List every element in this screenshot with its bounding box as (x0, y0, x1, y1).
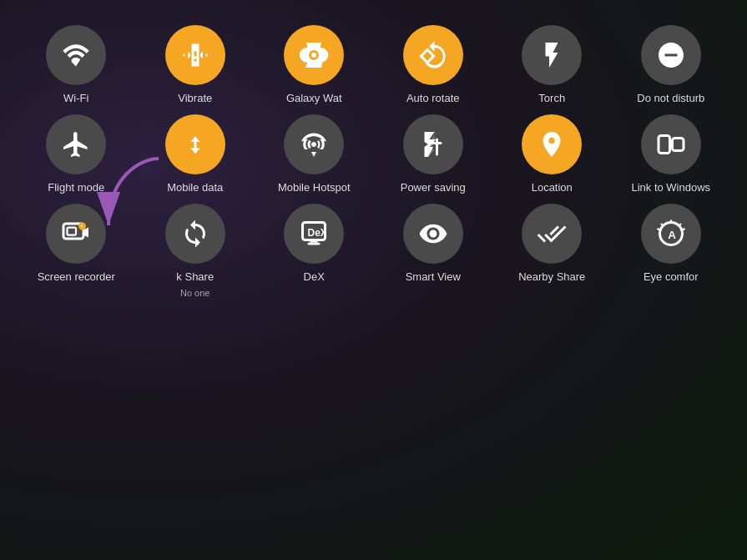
quick-share-sublabel: No one (180, 288, 209, 298)
dex-icon-circle: DeX (284, 204, 344, 264)
dex-label: DeX (304, 270, 325, 285)
tile-eye-comfort[interactable]: A Eye comfor (612, 204, 731, 298)
svg-rect-11 (310, 240, 318, 242)
torch-label: Torch (538, 92, 565, 106)
screen-recorder-icon-circle (46, 204, 106, 264)
tile-galaxy-watch[interactable]: Galaxy Wat (255, 25, 374, 106)
wifi-label: Wi-Fi (63, 92, 88, 106)
svg-rect-1 (436, 138, 438, 155)
do-not-disturb-icon (656, 40, 686, 70)
svg-rect-7 (68, 227, 77, 235)
tile-dex[interactable]: DeX DeX (255, 204, 374, 298)
screen-recorder-icon (61, 219, 91, 249)
eye-comfort-icon: A (656, 219, 686, 249)
link-windows-icon (656, 129, 686, 159)
auto-rotate-label: Auto rotate (406, 92, 460, 106)
galaxy-watch-icon-circle (284, 25, 344, 85)
smart-view-label: Smart View (406, 270, 461, 285)
flight-mode-label: Flight mode (48, 181, 104, 195)
smart-view-icon-circle (403, 204, 463, 264)
svg-text:A: A (668, 229, 676, 241)
tile-auto-rotate[interactable]: Auto rotate (374, 25, 493, 106)
tile-do-not-disturb[interactable]: Do not disturb (612, 25, 731, 106)
vibrate-icon-circle (165, 25, 225, 85)
tile-mobile-hotspot[interactable]: Mobile Hotspot (255, 114, 374, 195)
tile-wifi[interactable]: Wi-Fi (17, 25, 136, 106)
galaxy-watch-icon (299, 40, 329, 70)
svg-text:DeX: DeX (308, 227, 327, 239)
dex-icon: DeX (299, 219, 329, 249)
location-icon-circle (522, 114, 582, 174)
tile-nearby-share[interactable]: Nearby Share (492, 204, 612, 298)
quick-share-icon-circle (165, 204, 225, 264)
power-saving-icon (418, 129, 448, 159)
svg-rect-3 (659, 135, 670, 153)
link-windows-label: Link to Windows (631, 181, 710, 195)
tile-screen-recorder[interactable]: Screen recorder (17, 204, 136, 298)
flight-mode-icon-circle (46, 114, 106, 174)
tile-mobile-data[interactable]: Mobile data (136, 114, 255, 195)
mobile-data-icon-circle (165, 114, 225, 174)
mobile-data-icon (180, 129, 210, 159)
svg-rect-2 (432, 142, 442, 144)
wifi-icon (61, 40, 91, 70)
quick-settings-grid: Wi-Fi Vibrate Galaxy Wat Auto rotate (0, 0, 747, 306)
hotspot-icon-circle (284, 114, 344, 174)
location-label: Location (532, 181, 573, 195)
nearby-share-icon (537, 219, 567, 249)
power-saving-label: Power saving (401, 181, 466, 195)
eye-comfort-label: Eye comfor (644, 270, 699, 285)
svg-rect-4 (672, 138, 684, 150)
mobile-data-label: Mobile data (167, 181, 223, 195)
eye-comfort-icon-circle: A (641, 204, 701, 264)
dnd-icon-circle (641, 25, 701, 85)
smart-view-icon (418, 219, 448, 249)
tile-link-to-windows[interactable]: Link to Windows (612, 114, 731, 195)
galaxy-watch-label: Galaxy Wat (286, 92, 342, 106)
nearby-share-icon-circle (522, 204, 582, 264)
torch-icon-circle (522, 25, 582, 85)
torch-icon (537, 40, 567, 70)
power-saving-icon-circle (403, 114, 463, 174)
nearby-share-label: Nearby Share (518, 270, 585, 285)
quick-share-label: k Share (176, 270, 214, 285)
location-icon (537, 129, 567, 159)
auto-rotate-icon (418, 40, 448, 70)
tile-torch[interactable]: Torch (492, 25, 612, 106)
screen-recorder-label: Screen recorder (38, 270, 115, 285)
wifi-icon-circle (46, 25, 106, 85)
tile-flight-mode[interactable]: Flight mode (17, 114, 136, 195)
hotspot-label: Mobile Hotspot (278, 181, 351, 195)
svg-rect-12 (308, 242, 321, 245)
dnd-label: Do not disturb (637, 92, 704, 106)
vibrate-icon (180, 40, 210, 70)
quick-share-icon (180, 219, 210, 249)
link-windows-icon-circle (641, 114, 701, 174)
tile-vibrate[interactable]: Vibrate (136, 25, 255, 106)
tile-power-saving[interactable]: Power saving (374, 114, 493, 195)
flight-mode-icon (61, 129, 91, 159)
auto-rotate-icon-circle (403, 25, 463, 85)
vibrate-label: Vibrate (178, 92, 212, 106)
tile-smart-view[interactable]: Smart View (374, 204, 493, 298)
tile-quick-share[interactable]: k Share No one (136, 204, 255, 298)
tile-location[interactable]: Location (492, 114, 612, 195)
hotspot-icon (299, 129, 329, 159)
